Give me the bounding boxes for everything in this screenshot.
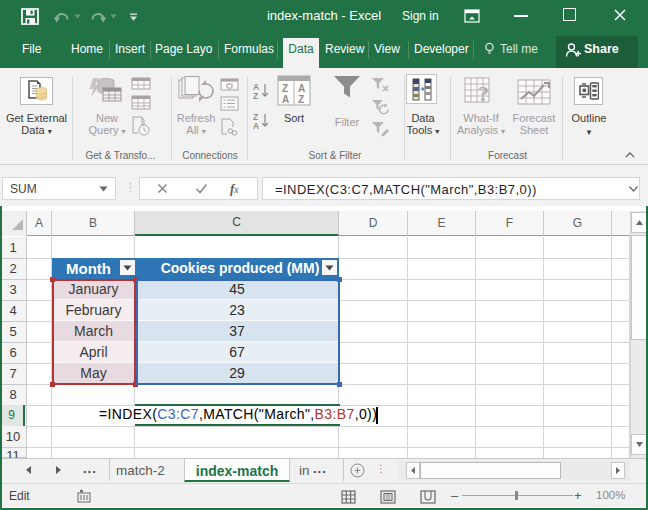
svg-text:A: A: [253, 121, 259, 130]
svg-text:Z: Z: [282, 83, 288, 94]
svg-text:A: A: [282, 94, 289, 105]
svg-text:Z: Z: [298, 94, 304, 105]
svg-text:A: A: [298, 83, 305, 94]
svg-text:?: ?: [478, 81, 489, 105]
svg-text:Z: Z: [253, 91, 258, 100]
